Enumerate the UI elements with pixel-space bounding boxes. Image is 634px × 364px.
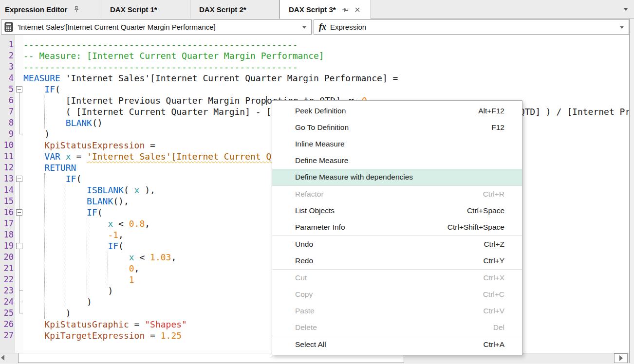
menu-item-label: Go To Definition (272, 123, 349, 132)
fold-collapse-box[interactable] (16, 176, 22, 182)
line-number: 8 (0, 117, 14, 128)
menu-item-shortcut: Ctrl+R (483, 190, 522, 199)
code-line: 1 (23, 274, 134, 285)
close-icon[interactable] (354, 7, 360, 13)
line-number: 6 (0, 95, 14, 106)
fold-collapse-box[interactable] (16, 209, 22, 216)
menu-item-refactor: RefactorCtrl+R (272, 186, 522, 202)
line-number: 12 (0, 162, 14, 173)
scroll-right-button[interactable] (614, 353, 628, 363)
code-line: ISBLANK( x ), (23, 184, 155, 196)
line-number: 2 (0, 50, 14, 61)
editor-toolbar: 'Internet Sales'[Internet Current Quarte… (0, 19, 630, 35)
code-line: IF( (23, 240, 124, 252)
menu-item-shortcut: Ctrl+Z (484, 240, 522, 249)
code-line: IF( (23, 84, 60, 95)
line-number: 13 (0, 173, 14, 184)
tab-expression-editor[interactable]: Expression Editor (0, 0, 101, 18)
menu-item-undo[interactable]: UndoCtrl+Z (272, 236, 522, 253)
menu-item-parameter-info[interactable]: Parameter InfoCtrl+Shift+Space (272, 219, 522, 236)
fold-collapse-box[interactable] (16, 243, 22, 249)
scroll-right-arrow-icon (619, 355, 623, 361)
menu-item-shortcut: Ctrl+Y (484, 256, 522, 265)
menu-item-delete: DeleteDel (272, 319, 522, 336)
code-line: ) (23, 308, 71, 319)
code-line: BLANK() (23, 117, 103, 128)
menu-item-label: Define Measure with dependencies (272, 173, 413, 182)
menu-item-shortcut: Ctrl+V (484, 307, 522, 315)
menu-item-shortcut: Ctrl+Space (467, 206, 522, 215)
menu-item-shortcut: Ctrl+X (484, 273, 522, 282)
menu-item-redo[interactable]: RedoCtrl+Y (272, 253, 522, 269)
menu-item-label: Peek Definition (272, 107, 346, 115)
menu-item-label: Paste (272, 307, 315, 315)
menu-item-shortcut: Ctrl+C (483, 290, 522, 299)
fold-end-tick (19, 291, 23, 291)
tab-list-dropdown-icon[interactable] (623, 8, 628, 11)
tab-dax-script-2[interactable]: DAX Script 2* (190, 0, 280, 18)
indent-guide (108, 252, 108, 285)
menu-item-label: Select All (272, 340, 326, 349)
fold-end-tick (19, 313, 23, 313)
line-number: 23 (0, 285, 14, 296)
line-number: 15 (0, 196, 14, 207)
menu-item-shortcut: F12 (491, 123, 522, 132)
code-line: ) (23, 285, 113, 296)
menu-item-peek-definition[interactable]: Peek DefinitionAlt+F12 (272, 103, 522, 119)
line-number: 9 (0, 128, 14, 140)
code-line: x < 1.03, (23, 252, 176, 263)
line-number: 7 (0, 106, 14, 117)
code-line: ) (23, 296, 92, 308)
pin-icon[interactable] (73, 6, 80, 13)
menu-item-paste: PasteCtrl+V (272, 303, 522, 319)
tab-label: DAX Script 3* (289, 5, 336, 14)
indent-guide (66, 184, 66, 308)
tab-dax-script-1[interactable]: DAX Script 1* (101, 0, 190, 18)
code-line: IF( (23, 173, 81, 184)
pin-icon[interactable] (342, 6, 349, 13)
line-number: 11 (0, 151, 14, 162)
line-number: 20 (0, 252, 14, 263)
line-number: 14 (0, 184, 14, 196)
code-line: ) (23, 128, 50, 140)
line-number: 21 (0, 263, 14, 274)
code-line: RETURN (23, 162, 76, 173)
menu-item-label: Parameter Info (272, 223, 345, 232)
line-number: 4 (0, 73, 14, 84)
code-line: IF( (23, 207, 103, 218)
scroll-left-arrow-icon[interactable] (1, 355, 4, 361)
menu-item-shortcut: Ctrl+Shift+Space (448, 223, 522, 232)
tab-strip: Expression EditorDAX Script 1*DAX Script… (0, 0, 634, 18)
menu-item-select-all[interactable]: Select AllCtrl+A (272, 336, 522, 353)
selected-property-label: Expression (330, 23, 366, 31)
menu-item-inline-measure[interactable]: Inline Measure (272, 136, 522, 152)
menu-item-label: Define Measure (272, 156, 348, 165)
code-line: -1, (23, 229, 124, 240)
menu-item-list-objects[interactable]: List ObjectsCtrl+Space (272, 202, 522, 219)
line-number: 22 (0, 274, 14, 285)
fold-collapse-box[interactable] (16, 86, 22, 92)
menu-item-go-to-definition[interactable]: Go To DefinitionF12 (272, 119, 522, 136)
line-number: 25 (0, 308, 14, 319)
indent-guide (44, 173, 45, 319)
chevron-down-icon[interactable] (620, 26, 624, 29)
line-number: 16 (0, 207, 14, 218)
menu-item-define-measure[interactable]: Define Measure (272, 152, 522, 169)
menu-item-label: Delete (272, 323, 317, 332)
line-number: 24 (0, 296, 14, 308)
menu-item-define-measure-with-dependencies[interactable]: Define Measure with dependencies (272, 169, 522, 185)
chevron-down-icon[interactable] (302, 26, 306, 29)
fold-end-tick (19, 302, 23, 302)
line-number: 18 (0, 229, 14, 240)
menu-item-label: Copy (272, 290, 313, 299)
fx-icon: fx (319, 22, 326, 32)
fold-line (19, 92, 19, 134)
context-menu: Peek DefinitionAlt+F12Go To DefinitionF1… (272, 100, 522, 355)
tab-dax-script-3[interactable]: DAX Script 3* (280, 0, 371, 19)
dax-script-editor-window: Expression EditorDAX Script 1*DAX Script… (0, 0, 634, 364)
menu-item-shortcut: Ctrl+A (484, 340, 522, 349)
property-selector-combobox[interactable]: fx Expression (314, 19, 629, 35)
measure-selector-combobox[interactable]: 'Internet Sales'[Internet Current Quarte… (1, 19, 312, 35)
menu-item-label: List Objects (272, 206, 335, 215)
code-line: KpiTargetExpression = 1.25 (23, 330, 182, 341)
